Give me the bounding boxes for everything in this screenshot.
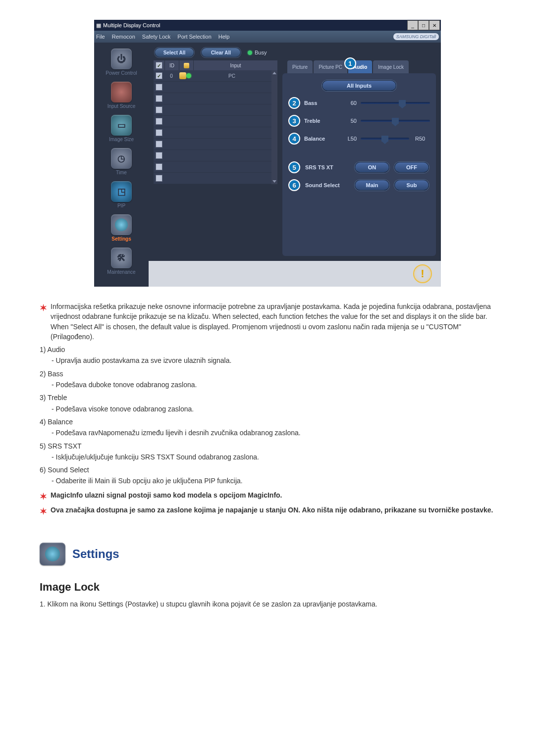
all-inputs-button[interactable]: All Inputs xyxy=(322,80,396,91)
table-row[interactable] xyxy=(154,82,277,93)
menu-file[interactable]: File xyxy=(96,34,105,40)
sidebar-item-image-size[interactable]: ▭ Image Size xyxy=(96,115,147,142)
row-checkbox[interactable] xyxy=(156,95,162,102)
sidebar-item-maintenance[interactable]: 🛠 Maintenance xyxy=(96,248,147,275)
srs-off-button[interactable]: OFF xyxy=(394,162,429,173)
table-row[interactable] xyxy=(154,104,277,116)
sound-main-button[interactable]: Main xyxy=(355,180,389,191)
table-row[interactable] xyxy=(154,173,277,184)
table-row[interactable] xyxy=(154,93,277,104)
window-title: Multiple Display Control xyxy=(103,22,160,28)
bass-slider[interactable] xyxy=(361,102,430,104)
treble-slider[interactable] xyxy=(361,120,430,122)
checkbox-icon[interactable]: ✓ xyxy=(156,62,162,69)
header-status-icon xyxy=(179,60,194,70)
bass-row: 2 Bass 60 xyxy=(288,97,430,109)
maintenance-icon: 🛠 xyxy=(111,248,132,268)
row-checkbox[interactable] xyxy=(156,106,162,113)
feature-list: 1) Audio - Upravlja audio postavkama za … xyxy=(40,345,495,486)
heading-image-lock: Image Lock xyxy=(40,579,495,595)
callout-6: 6 xyxy=(288,179,300,191)
table-row[interactable]: 0 PC xyxy=(154,70,277,82)
balance-slider[interactable] xyxy=(361,138,409,140)
slider-thumb-icon[interactable] xyxy=(392,118,399,124)
close-button[interactable]: ✕ xyxy=(429,20,440,30)
row-checkbox[interactable] xyxy=(156,84,162,91)
table-row[interactable] xyxy=(154,116,277,127)
tab-image-lock[interactable]: Image Lock xyxy=(373,60,409,73)
tab-picture[interactable]: Picture xyxy=(287,60,313,73)
table-row[interactable] xyxy=(154,161,277,173)
row-checkbox[interactable] xyxy=(156,163,162,170)
table-row[interactable] xyxy=(154,139,277,150)
app-icon: ▦ xyxy=(96,22,101,29)
scroll-down-icon[interactable] xyxy=(272,180,276,183)
intro-text: Informacijska rešetka prikazuje neke osn… xyxy=(51,302,495,342)
select-all-button[interactable]: Select All xyxy=(155,48,194,57)
device-table: ✓ ID Input 0 PC xyxy=(154,60,277,256)
pip-icon: ◳ xyxy=(111,181,132,202)
sound-sub-button[interactable]: Sub xyxy=(394,180,429,191)
row-checkbox[interactable] xyxy=(156,141,162,148)
window-controls: _ □ ✕ xyxy=(407,20,440,30)
tab-audio[interactable]: 1 Audio xyxy=(348,60,372,73)
header-id: ID xyxy=(165,60,179,70)
clear-all-button[interactable]: Clear All xyxy=(201,48,241,57)
menu-port-selection[interactable]: Port Selection xyxy=(177,34,211,40)
window-titlebar: ▦ Multiple Display Control _ □ ✕ xyxy=(94,20,441,31)
toolbar: Select All Clear All Busy xyxy=(149,43,441,60)
scroll-up-icon[interactable] xyxy=(272,72,276,74)
row-checkbox[interactable] xyxy=(156,118,162,125)
row-status xyxy=(178,72,192,79)
brand-label: SAMSUNG DIGITall xyxy=(393,33,439,40)
table-row[interactable] xyxy=(154,150,277,161)
menu-remocon[interactable]: Remocon xyxy=(112,34,135,40)
lamp-icon xyxy=(184,63,189,68)
callout-4: 4 xyxy=(288,133,300,145)
note-magicinfo: MagicInfo ulazni signal postoji samo kod… xyxy=(51,490,495,503)
menubar: File Remocon Safety Lock Port Selection … xyxy=(94,31,441,43)
slider-thumb-icon[interactable] xyxy=(399,100,406,106)
callout-1: 1 xyxy=(344,57,356,69)
busy-dot-icon xyxy=(248,50,252,55)
sidebar-item-input-source[interactable]: Input Source xyxy=(96,82,147,109)
callout-3: 3 xyxy=(288,115,300,127)
status-bar: ! xyxy=(149,261,441,287)
table-scrollbar[interactable] xyxy=(271,70,277,184)
callout-5: 5 xyxy=(288,161,300,173)
star-icon: ✶ xyxy=(40,490,49,503)
row-checkbox[interactable] xyxy=(156,152,162,159)
row-checkbox[interactable] xyxy=(156,129,162,136)
busy-indicator: Busy xyxy=(248,50,267,55)
row-checkbox[interactable] xyxy=(156,175,162,182)
note-availability: Ova značajka dostupna je samo za zaslone… xyxy=(51,505,495,518)
panel-tabs: Picture Picture PC 1 Audio Image Lock xyxy=(287,60,436,73)
sidebar-item-power-control[interactable]: ⏻ Power Control xyxy=(96,49,147,76)
table-row[interactable] xyxy=(154,127,277,139)
star-icon: ✶ xyxy=(40,302,49,342)
minimize-button[interactable]: _ xyxy=(407,20,418,30)
image-size-icon: ▭ xyxy=(111,115,132,136)
maximize-button[interactable]: □ xyxy=(418,20,429,30)
section-header-settings: Settings xyxy=(40,543,495,565)
sidebar-item-settings[interactable]: Settings xyxy=(96,214,147,242)
treble-row: 3 Treble 50 xyxy=(288,115,430,127)
power-icon: ⏻ xyxy=(111,49,132,69)
settings-section-icon xyxy=(40,543,65,565)
time-icon: ◷ xyxy=(111,148,132,169)
star-icon: ✶ xyxy=(40,505,49,518)
step-1-text: 1. Klikom na ikonu Settings (Postavke) u… xyxy=(40,599,495,609)
header-check[interactable]: ✓ xyxy=(154,60,165,70)
sidebar-item-time[interactable]: ◷ Time xyxy=(96,148,147,175)
srs-on-button[interactable]: ON xyxy=(355,162,389,173)
tab-picture-pc[interactable]: Picture PC xyxy=(314,60,347,73)
slider-thumb-icon[interactable] xyxy=(381,136,388,142)
settings-icon xyxy=(111,214,132,235)
row-checkbox[interactable] xyxy=(156,72,162,79)
menu-safety-lock[interactable]: Safety Lock xyxy=(142,34,170,40)
status-lamp-icon xyxy=(186,73,191,78)
document-content: ✶ Informacijska rešetka prikazuje neke o… xyxy=(40,302,495,609)
sidebar-item-pip[interactable]: ◳ PIP xyxy=(96,181,147,208)
sidebar: ⏻ Power Control Input Source ▭ Image Siz… xyxy=(94,43,149,287)
menu-help[interactable]: Help xyxy=(218,34,230,40)
